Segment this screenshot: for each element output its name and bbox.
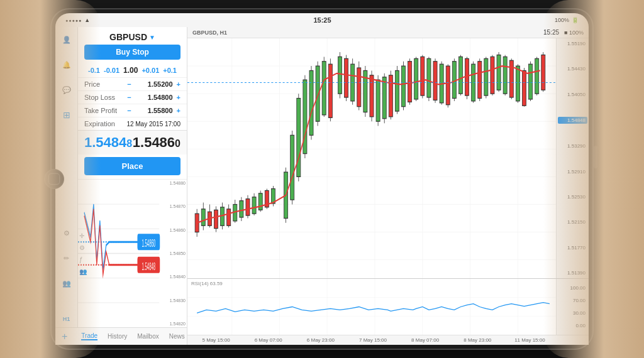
chart-symbol: GBPUSD, H1 — [192, 30, 227, 36]
svg-rect-101 — [338, 57, 341, 94]
svg-rect-127 — [503, 57, 507, 94]
status-bar: ●●●●● ▲ 15:25 100% 🔋 — [55, 13, 589, 27]
svg-rect-111 — [401, 66, 405, 107]
nav-mailbox[interactable]: Mailbox — [137, 333, 158, 340]
price-decrease[interactable]: − — [127, 80, 131, 88]
take-profit-value: 1.55800 — [135, 107, 173, 114]
screen: 👤 🔔 💬 ⊞ ⚙ ✏ 👥 H1 GBPUSD — [55, 27, 589, 345]
svg-rect-110 — [395, 70, 399, 111]
main-chart-area: 1.55190 1.54430 1.54050 1.54848 1.53290 … — [187, 38, 589, 278]
svg-rect-47 — [246, 199, 250, 215]
lot-value: 1.00 — [123, 66, 138, 75]
svg-rect-123 — [478, 62, 482, 99]
status-time: 15:25 — [313, 16, 331, 24]
stop-loss-value: 1.54800 — [135, 94, 173, 101]
svg-rect-104 — [357, 68, 361, 107]
svg-rect-63 — [303, 80, 307, 154]
lot-increase-large[interactable]: +0.1 — [163, 67, 177, 74]
svg-rect-113 — [414, 58, 418, 99]
svg-rect-106 — [370, 75, 374, 117]
nav-news[interactable]: News — [169, 333, 185, 340]
svg-rect-112 — [408, 62, 412, 102]
svg-rect-107 — [376, 80, 380, 121]
lot-decrease-small[interactable]: -0.01 — [104, 67, 119, 74]
price-increase[interactable]: + — [177, 80, 180, 88]
stop-loss-increase[interactable]: + — [177, 94, 180, 101]
svg-rect-126 — [497, 55, 501, 90]
svg-rect-128 — [509, 60, 513, 97]
rsi-chart-svg — [187, 279, 556, 335]
svg-rect-120 — [458, 57, 462, 94]
time-6: 8 May 23:00 — [452, 337, 504, 343]
ask-main: 1.5486 — [133, 134, 175, 151]
rsi-panel: RSI(14) 63.59 100.00 — [187, 278, 589, 335]
svg-rect-132 — [535, 58, 539, 94]
price-value: 1.55200 — [135, 80, 173, 88]
svg-rect-108 — [382, 77, 386, 119]
svg-rect-124 — [484, 58, 488, 95]
svg-rect-102 — [345, 58, 348, 97]
tablet-device: ●●●●● ▲ 15:25 100% 🔋 👤 🔔 💬 ⊞ — [52, 9, 592, 349]
stop-loss-decrease[interactable]: − — [127, 94, 131, 101]
hand-left — [0, 0, 101, 358]
time-2: 6 May 07:00 — [242, 337, 294, 343]
svg-rect-44 — [227, 209, 231, 225]
pair-arrow[interactable]: ▼ — [149, 34, 155, 41]
svg-rect-48 — [252, 197, 256, 214]
svg-rect-114 — [421, 57, 425, 95]
svg-rect-67 — [328, 64, 332, 117]
svg-rect-40 — [201, 209, 205, 225]
svg-rect-125 — [491, 57, 494, 94]
nav-history[interactable]: History — [108, 333, 127, 340]
svg-rect-130 — [522, 70, 526, 106]
svg-rect-119 — [452, 62, 456, 99]
time-axis: 5 May 15:00 6 May 07:00 6 May 23:00 7 Ma… — [187, 335, 589, 345]
right-chart-panel: GBPUSD, H1 15:25 ■ 100% — [187, 27, 589, 345]
ask-super: 0 — [175, 138, 180, 149]
svg-rect-46 — [240, 201, 243, 217]
chart-header: GBPUSD, H1 15:25 ■ 100% — [187, 27, 589, 38]
ask-box: 1.54860 — [133, 134, 181, 151]
svg-rect-129 — [516, 66, 519, 101]
svg-rect-66 — [322, 62, 326, 115]
svg-text:1.54860: 1.54860 — [142, 238, 156, 250]
time-1: 5 May 15:00 — [190, 337, 242, 343]
svg-text:1.54848: 1.54848 — [142, 261, 156, 273]
svg-rect-131 — [529, 64, 533, 99]
pair-name: GBPUSD — [109, 32, 147, 42]
svg-rect-64 — [309, 70, 313, 135]
take-profit-increase[interactable]: + — [177, 107, 180, 114]
svg-rect-62 — [297, 99, 301, 177]
expiration-value: 12 May 2015 17:00 — [126, 121, 180, 127]
bid-super: 8 — [126, 138, 132, 149]
svg-rect-115 — [427, 58, 431, 97]
svg-rect-109 — [389, 75, 392, 117]
hand-right — [543, 0, 644, 358]
svg-rect-49 — [258, 193, 262, 210]
svg-rect-61 — [291, 135, 294, 200]
time-4: 7 May 15:00 — [347, 337, 399, 343]
time-3: 6 May 23:00 — [294, 337, 347, 343]
svg-rect-116 — [433, 62, 437, 100]
svg-rect-42 — [214, 210, 218, 228]
main-chart-svg — [187, 38, 556, 278]
time-5: 8 May 07:00 — [399, 337, 452, 343]
take-profit-decrease[interactable]: − — [127, 107, 131, 114]
svg-rect-118 — [446, 66, 450, 105]
lot-increase-small[interactable]: +0.01 — [142, 67, 159, 74]
